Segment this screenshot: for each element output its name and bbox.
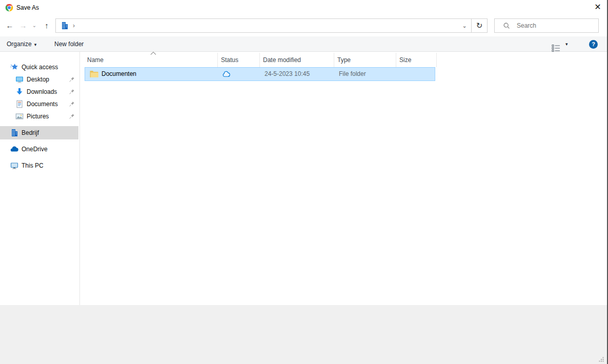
sidebar-item-documents[interactable]: Documents (0, 98, 78, 110)
sidebar-item-label: Downloads (27, 88, 57, 95)
building-icon (60, 22, 69, 30)
sidebar-item-pictures[interactable]: Pictures (0, 111, 78, 122)
column-header-size[interactable]: Size (396, 53, 437, 67)
address-dropdown-icon[interactable]: ⌄ (458, 23, 471, 29)
title-bar: Save As ✕ (0, 0, 607, 15)
date-modified-cell: 24-5-2023 10:45 (265, 68, 310, 80)
sidebar-item-label: This PC (22, 162, 44, 169)
pin-icon (69, 76, 75, 83)
file-name-cell: Documenten (102, 68, 136, 80)
downloads-icon (15, 88, 24, 96)
building-icon (10, 129, 18, 137)
new-folder-button[interactable]: New folder (54, 36, 84, 52)
pin-icon (69, 113, 75, 119)
sidebar-item-quick-access[interactable]: Quick access (0, 62, 78, 73)
column-header-name[interactable]: Name (84, 53, 218, 67)
close-icon[interactable]: ✕ (589, 0, 607, 15)
file-row-documenten[interactable]: Documenten 24-5-2023 10:45 File folder (85, 67, 435, 81)
this-pc-icon (10, 161, 18, 170)
recent-locations-chevron-icon[interactable]: ⌄ (30, 18, 39, 33)
organize-dropdown-icon: ▾ (34, 42, 37, 47)
resize-grip[interactable] (599, 357, 604, 362)
help-icon[interactable]: ? (589, 40, 598, 49)
onedrive-icon (10, 145, 18, 153)
search-icon (503, 22, 510, 29)
window-title: Save As (16, 0, 39, 15)
sidebar-item-label: Documents (27, 100, 58, 108)
pin-icon (69, 101, 75, 107)
save-as-dialog: Save As ✕ ← → ⌄ ↑ › ⌄ ↻ Organize▾ (0, 0, 608, 364)
pin-icon (69, 89, 75, 95)
folder-icon (90, 68, 98, 80)
address-bar[interactable]: › ⌄ (55, 18, 472, 33)
footer-panel: File name: ⌄ Save as type: Webpagina, co… (0, 305, 607, 364)
column-header-date-modified[interactable]: Date modified (260, 53, 334, 67)
pictures-icon (15, 112, 24, 120)
type-cell: File folder (339, 68, 366, 80)
chrome-icon (5, 4, 13, 12)
sidebar-divider (79, 52, 80, 305)
back-button[interactable]: ← (3, 18, 16, 33)
sidebar-item-label: Bedrijf (22, 129, 39, 136)
sidebar-item-desktop[interactable]: Desktop (0, 74, 78, 85)
breadcrumb-chevron-icon[interactable]: › (73, 22, 75, 29)
cloud-icon (222, 68, 230, 80)
column-header-status[interactable]: Status (218, 53, 260, 67)
sidebar-item-downloads[interactable]: Downloads (0, 86, 78, 97)
documents-icon (15, 100, 24, 108)
up-button[interactable]: ↑ (40, 18, 53, 33)
organize-button[interactable]: Organize▾ (7, 36, 36, 52)
sidebar-item-onedrive[interactable]: OneDrive (0, 144, 78, 155)
command-toolbar: Organize▾ New folder ▾ ? (0, 36, 607, 52)
sidebar-item-label: Desktop (27, 76, 49, 83)
search-input[interactable] (516, 22, 587, 30)
column-header-type[interactable]: Type (334, 53, 396, 67)
quick-access-star-icon (10, 63, 18, 71)
sidebar-item-this-pc[interactable]: This PC (0, 160, 78, 171)
desktop-icon (15, 75, 24, 84)
sidebar-item-label: OneDrive (22, 146, 48, 153)
sidebar-item-label: Quick access (22, 64, 58, 71)
details-view-icon[interactable] (552, 41, 560, 56)
view-dropdown-icon[interactable]: ▾ (565, 36, 568, 52)
sidebar-item-bedrijf[interactable]: Bedrijf (0, 126, 78, 139)
forward-button: → (16, 18, 30, 33)
refresh-icon[interactable]: ↻ (472, 18, 488, 33)
search-box[interactable] (494, 18, 599, 33)
sidebar-item-label: Pictures (27, 113, 49, 120)
